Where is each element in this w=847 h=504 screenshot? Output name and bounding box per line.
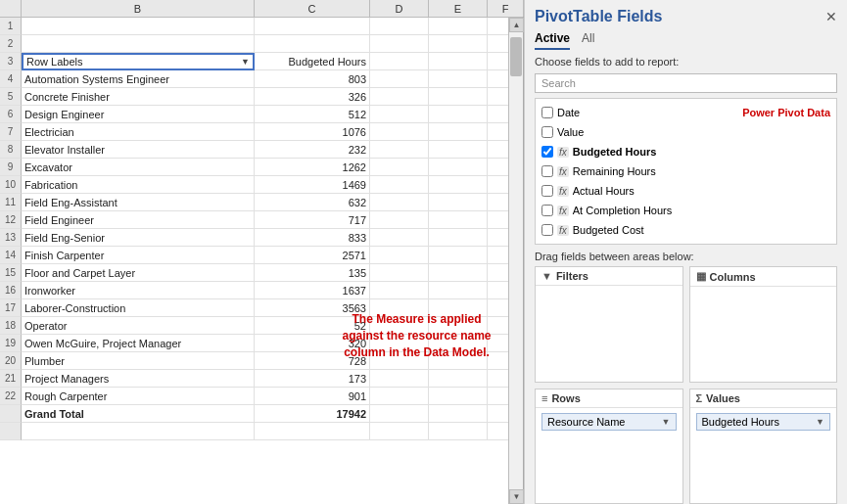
pivot-row-value: 1637 [255, 282, 370, 299]
pivot-row-label: Floor and Carpet Layer [22, 264, 255, 282]
pivot-data-row: 9 Excavator 1262 [0, 159, 523, 176]
row-num-10: 10 [0, 176, 22, 194]
pivot-field-remaining-hours-checkbox[interactable] [541, 165, 553, 177]
row-num-2: 2 [0, 35, 22, 53]
col-header-f: F [488, 0, 524, 17]
pivot-tabs: Active All [525, 29, 847, 50]
spreadsheet-section: B C D E F 1 2 [0, 0, 524, 504]
pivot-row-label: Field Engineer [22, 211, 255, 229]
fx-actual-icon: fx [557, 186, 569, 197]
pivot-panel-header: PivotTable Fields ✕ [525, 0, 847, 29]
fx-remaining-icon: fx [557, 166, 569, 177]
cell-d-7 [370, 123, 429, 141]
pivot-field-budgeted-hours-label: Budgeted Hours [573, 146, 830, 158]
pivot-row-value: 173 [255, 370, 370, 388]
cell-d3 [370, 53, 429, 70]
rows-icon: ≡ [541, 392, 547, 404]
pivot-search-box[interactable]: Search [535, 73, 837, 93]
fx-cost-icon: fx [557, 225, 569, 236]
tab-active[interactable]: Active [535, 31, 570, 50]
values-budgeted-hours-pill[interactable]: Budgeted Hours ▼ [696, 413, 831, 431]
tab-all[interactable]: All [582, 31, 594, 50]
row-num-16: 16 [0, 282, 22, 299]
rows-pill-dropdown[interactable]: ▼ [662, 417, 671, 427]
fx-completion-icon: fx [557, 206, 569, 216]
pivot-zone-filters[interactable]: ▼ Filters [535, 266, 683, 383]
pivot-zone-rows-header: ≡ Rows [536, 389, 682, 408]
pivot-field-at-completion-checkbox[interactable] [541, 205, 553, 216]
cell-d-16 [370, 282, 429, 299]
pivot-field-budgeted-cost: fx Budgeted Cost [536, 220, 836, 240]
row-num-15: 15 [0, 264, 22, 282]
col-header-c: C [255, 0, 370, 17]
pivot-row-value: 1076 [255, 123, 370, 141]
pivot-data-row: 6 Design Engineer 512 [0, 106, 523, 123]
cell-e-6 [429, 106, 488, 123]
pivot-field-budgeted-hours-checkbox[interactable] [541, 146, 553, 158]
spreadsheet-body: 1 2 3 Row Labels [0, 18, 523, 504]
scrollbar-up-arrow[interactable]: ▲ [509, 18, 524, 32]
pivot-zone-columns[interactable]: ▦ Columns [689, 266, 838, 383]
pivot-field-date-label: Date [557, 107, 738, 118]
columns-content [690, 287, 837, 382]
power-pivot-data-label: Power Pivot Data [742, 107, 830, 118]
row-num-11: 11 [0, 194, 22, 211]
pivot-row-label: Fabrication [22, 176, 255, 194]
pivot-close-button[interactable]: ✕ [825, 9, 837, 24]
main-content: B C D E F 1 2 [0, 0, 847, 504]
budget-hours-header: Budgeted Hours [255, 53, 370, 70]
row-labels-text: Row Labels [26, 56, 82, 68]
row-num-22: 22 [0, 388, 22, 405]
pivot-row-value: 135 [255, 264, 370, 282]
pivot-row-value: 1469 [255, 176, 370, 194]
rows-content: Resource Name ▼ [536, 408, 682, 504]
pivot-zone-values[interactable]: Σ Values Budgeted Hours ▼ [689, 389, 838, 505]
row-num-7: 7 [0, 123, 22, 141]
row-num-18: 18 [0, 317, 22, 335]
row-num-5: 5 [0, 88, 22, 106]
pivot-row-value: 512 [255, 106, 370, 123]
cell-e-15 [429, 264, 488, 282]
pivot-row-value: 1262 [255, 159, 370, 176]
cell-c-extra [255, 423, 370, 440]
pivot-row-labels-header[interactable]: Row Labels ▼ [22, 53, 255, 70]
scrollbar-track[interactable] [509, 32, 523, 489]
annotation-text: The Measure is applied against the resou… [341, 311, 493, 360]
pivot-field-actual-hours: fx Actual Hours [536, 181, 836, 201]
grand-total-label: Grand Total [22, 405, 255, 423]
row-labels-dropdown-icon[interactable]: ▼ [241, 57, 250, 67]
scrollbar-down-arrow[interactable]: ▼ [509, 489, 524, 504]
search-placeholder: Search [541, 77, 576, 89]
rows-pill-text: Resource Name [547, 416, 658, 428]
cell-e-11 [429, 194, 488, 211]
rows-resource-name-pill[interactable]: Resource Name ▼ [541, 413, 677, 431]
pivot-field-budgeted-cost-checkbox[interactable] [541, 224, 553, 236]
values-pill-dropdown[interactable]: ▼ [816, 417, 824, 427]
pivot-row-value: 232 [255, 141, 370, 159]
grand-total-row: Grand Total 17942 [0, 405, 523, 423]
pivot-field-actual-hours-checkbox[interactable] [541, 185, 553, 197]
col-header-e: E [429, 0, 488, 17]
cell-d-6 [370, 106, 429, 123]
pivot-row-label: Rough Carpenter [22, 388, 255, 405]
filters-icon: ▼ [541, 270, 552, 282]
row-num-21: 21 [0, 370, 22, 388]
row-num-9: 9 [0, 159, 22, 176]
pivot-field-value: Value [536, 122, 836, 142]
pivot-data-row: 21 Project Managers 173 [0, 370, 523, 388]
pivot-row-label: Project Managers [22, 370, 255, 388]
cell-d-9 [370, 159, 429, 176]
pivot-zone-rows[interactable]: ≡ Rows Resource Name ▼ [535, 389, 683, 505]
pivot-panel-title: PivotTable Fields [535, 8, 662, 25]
pivot-data-row: 16 Ironworker 1637 [0, 282, 523, 299]
pivot-field-remaining-hours-label: Remaining Hours [573, 165, 830, 177]
scrollbar-thumb[interactable] [510, 37, 522, 76]
pivot-field-value-checkbox[interactable] [541, 126, 553, 138]
cell-d-5 [370, 88, 429, 106]
vertical-scrollbar[interactable]: ▲ ▼ [508, 18, 523, 504]
pivot-row-label: Electrician [22, 123, 255, 141]
pivot-field-date-checkbox[interactable] [541, 107, 553, 118]
pivot-row-value: 901 [255, 388, 370, 405]
cell-e-9 [429, 159, 488, 176]
cell-e-8 [429, 141, 488, 159]
